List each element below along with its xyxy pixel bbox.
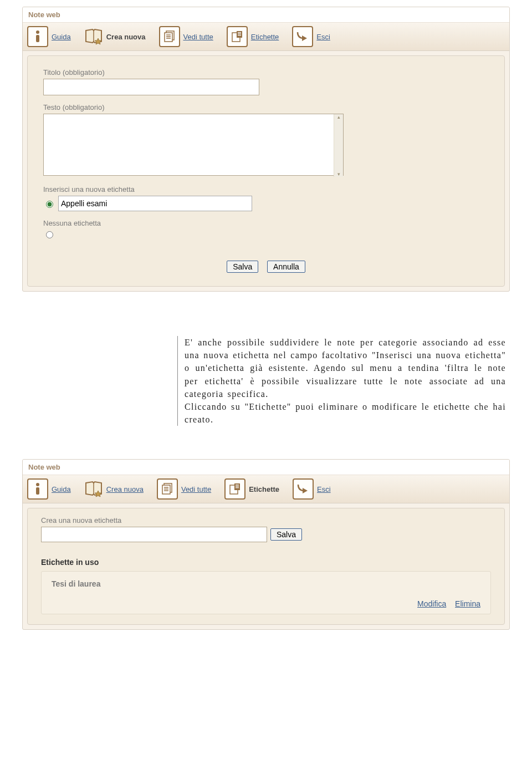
title-label: Titolo (obbligatorio) (43, 68, 489, 77)
book-star-icon (84, 27, 103, 46)
pages-icon (157, 478, 178, 500)
toolbar-label: Guida (52, 485, 71, 493)
toolbar-label: Esci (316, 33, 330, 41)
tag-box-icon (224, 478, 245, 500)
pages-icon (159, 26, 180, 47)
toolbar-label: Vedi tutte (183, 33, 213, 41)
delete-link[interactable]: Elimina (455, 599, 480, 608)
label-card: Tesi di laurea Modifica Elimina (41, 571, 491, 614)
panel-title: Note web (23, 7, 509, 23)
svg-rect-10 (238, 32, 241, 33)
toolbar-label: Crea nuova (106, 33, 146, 41)
form-body: Titolo (obbligatorio) Testo (obbligatori… (27, 55, 505, 287)
new-label-input[interactable] (58, 196, 252, 211)
edit-link[interactable]: Modifica (417, 599, 446, 608)
toolbar-crea-nuova[interactable]: Crea nuova (84, 27, 146, 46)
svg-rect-23 (236, 485, 239, 485)
info-icon (27, 478, 48, 500)
svg-point-13 (36, 483, 39, 486)
radio-new-label[interactable] (46, 201, 53, 208)
save-button[interactable]: Salva (227, 261, 258, 273)
explanatory-text: E' anche possibile suddividere le note p… (177, 336, 506, 426)
scrollbar[interactable]: ▴ ▾ (334, 114, 343, 177)
svg-rect-12 (238, 35, 241, 35)
svg-point-0 (36, 30, 39, 34)
toolbar-etichette[interactable]: Etichette (227, 26, 279, 47)
toolbar-guida[interactable]: Guida (27, 26, 71, 47)
new-label-label: Inserisci una nuova etichetta (43, 185, 489, 193)
panel-note-web-etichette: Note web Guida Crea nuova Vedi tutte (22, 459, 510, 630)
toolbar-vedi-tutte[interactable]: Vedi tutte (159, 26, 213, 47)
radio-no-label[interactable] (46, 231, 53, 238)
none-label-label: Nessuna etichetta (43, 219, 489, 227)
essay-paragraph-2: Cliccando su "Etichette" puoi eliminare … (185, 400, 506, 426)
create-label-input[interactable] (41, 527, 267, 542)
toolbar: Guida Crea nuova Vedi tutte Etichette (23, 23, 509, 51)
toolbar-crea-nuova[interactable]: Crea nuova (84, 480, 144, 498)
panel-note-web-create: Note web Guida Crea nuova Vedi tutte (22, 7, 510, 292)
toolbar-label: Crea nuova (106, 485, 144, 493)
svg-rect-17 (162, 485, 170, 494)
toolbar-label: Vedi tutte (181, 485, 211, 493)
etichette-body: Crea una nuova etichetta Salva Etichette… (27, 508, 505, 625)
svg-rect-25 (236, 487, 239, 488)
toolbar-guida[interactable]: Guida (27, 478, 71, 500)
title-input[interactable] (43, 79, 259, 95)
svg-rect-1 (36, 35, 39, 42)
svg-rect-14 (36, 487, 39, 495)
essay-paragraph-1: E' anche possibile suddividere le note p… (185, 336, 506, 400)
toolbar-label: Etichette (251, 33, 279, 41)
info-icon (27, 26, 48, 47)
toolbar-label: Etichette (249, 485, 279, 493)
toolbar-esci[interactable]: Esci (293, 478, 331, 500)
labels-heading: Etichette in uso (41, 558, 491, 567)
tag-box-icon (227, 26, 248, 47)
chevron-down-icon: ▾ (337, 171, 340, 177)
toolbar-etichette[interactable]: Etichette (224, 478, 279, 500)
svg-rect-24 (236, 486, 239, 487)
toolbar: Guida Crea nuova Vedi tutte Etichette (23, 475, 509, 503)
toolbar-vedi-tutte[interactable]: Vedi tutte (157, 478, 211, 500)
arrow-out-icon (292, 26, 313, 47)
toolbar-label: Esci (317, 485, 331, 493)
create-label-label: Crea una nuova etichetta (41, 516, 491, 524)
book-star-icon (84, 480, 103, 498)
svg-rect-9 (237, 31, 242, 38)
svg-rect-22 (234, 483, 240, 490)
text-label: Testo (obbligatorio) (43, 103, 489, 111)
svg-rect-11 (238, 34, 241, 34)
cancel-button[interactable]: Annulla (267, 261, 305, 273)
svg-rect-4 (165, 33, 172, 42)
label-name: Tesi di laurea (52, 579, 480, 588)
arrow-out-icon (293, 478, 314, 500)
toolbar-esci[interactable]: Esci (292, 26, 330, 47)
panel-title: Note web (23, 460, 509, 475)
toolbar-label: Guida (52, 33, 71, 41)
save-label-button[interactable]: Salva (270, 528, 302, 541)
chevron-up-icon: ▴ (337, 114, 340, 120)
text-input[interactable] (43, 114, 344, 176)
